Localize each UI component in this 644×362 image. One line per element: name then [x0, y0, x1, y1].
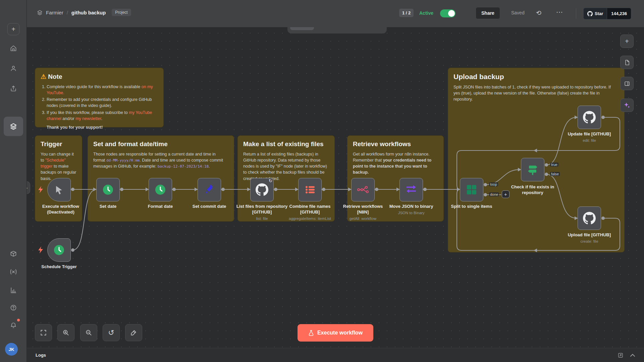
more-menu-button[interactable]: ⋯	[556, 8, 563, 16]
port-label-true: true	[550, 163, 558, 167]
grid-icon	[466, 184, 477, 195]
breadcrumb-project[interactable]: Farmier	[46, 10, 63, 15]
help-icon	[10, 304, 17, 311]
zoom-in-icon	[63, 329, 69, 336]
top-bar: Farmier / github backup Project 1 / 2 Ac…	[0, 0, 644, 27]
node-list-files-github[interactable]: ↻	[250, 178, 274, 201]
canvas-add-node-button[interactable]: +	[620, 35, 634, 48]
refresh-badge-icon: ↻	[269, 178, 272, 183]
bell-icon	[10, 322, 17, 329]
package-icon	[10, 250, 17, 257]
node-label: Move JSON to binaryJSON to Binary	[378, 203, 445, 216]
sidebar-item-shared[interactable]	[7, 82, 19, 95]
fit-view-button[interactable]	[35, 324, 52, 341]
sticky-note[interactable]: ⚠ Note Complete video guide for this wor…	[35, 68, 164, 127]
github-icon	[256, 183, 268, 196]
trigger-bolt-icon	[37, 246, 44, 254]
node-retrieve-workflows-n8n[interactable]	[351, 178, 375, 201]
toggle-knob	[448, 10, 455, 17]
project-badge: Project	[112, 9, 131, 16]
trigger-bolt-icon	[37, 186, 44, 194]
variables-icon	[10, 268, 17, 275]
node-set-commit-date[interactable]	[198, 178, 221, 201]
side-panel-button[interactable]	[620, 77, 634, 90]
zoom-in-button[interactable]	[57, 324, 74, 341]
sidebar-item-help[interactable]	[7, 302, 19, 314]
node-combine-file-names[interactable]	[298, 178, 322, 201]
github-star-count: 144,236	[607, 8, 631, 19]
bar-chart-icon	[10, 287, 17, 294]
clock-icon	[103, 184, 113, 195]
document-icon	[624, 60, 630, 65]
github-icon	[587, 11, 593, 16]
open-logs-icon[interactable]	[618, 353, 623, 358]
active-toggle[interactable]	[440, 9, 455, 17]
sticky-trigger-title: Trigger	[41, 140, 76, 148]
share-button[interactable]: Share	[476, 7, 500, 19]
sticky-upload-title: Upload backup	[453, 73, 619, 81]
node-check-if-file-exists[interactable]	[521, 158, 544, 181]
port-label-loop: loop	[489, 182, 498, 186]
person-icon	[10, 65, 17, 72]
templates-panel-button[interactable]	[620, 56, 634, 69]
node-format-date[interactable]	[149, 178, 172, 201]
github-star-label: Star	[595, 11, 603, 16]
sidebar-item-notifications[interactable]	[7, 319, 19, 331]
home-icon	[10, 45, 17, 52]
zoom-out-button[interactable]	[80, 324, 97, 341]
user-avatar[interactable]: JK	[5, 343, 18, 356]
pencil-icon	[204, 185, 214, 195]
sidebar-item-insights[interactable]	[7, 284, 19, 296]
sidebar-item-home[interactable]	[7, 42, 19, 54]
add-workflow-button[interactable]: +	[7, 23, 19, 35]
saved-status: Saved	[511, 10, 525, 15]
node-label: Upload file [GITHUB]create: file	[556, 232, 623, 244]
sparkle-icon	[624, 102, 630, 109]
n8n-node-icon	[357, 186, 369, 194]
share-up-icon	[10, 85, 17, 92]
node-update-file-github[interactable]	[578, 106, 601, 129]
breadcrumb-separator: /	[67, 10, 68, 15]
left-sidebar: + JK	[0, 0, 27, 362]
undo-icon: ↺	[108, 328, 114, 337]
node-execute-workflow[interactable]	[47, 178, 71, 201]
execute-workflow-button[interactable]: Execute workflow	[298, 324, 373, 342]
sidebar-item-personal[interactable]	[7, 62, 19, 74]
fit-view-icon	[40, 329, 47, 336]
note-footer: Thank you for your support!	[47, 124, 158, 130]
collapse-chevron-icon[interactable]	[630, 353, 635, 357]
tidy-up-button[interactable]	[125, 324, 142, 341]
github-star-widget[interactable]: Star 144,236	[583, 8, 631, 19]
clock-icon	[155, 184, 166, 195]
sidebar-item-workflows[interactable]	[7, 120, 19, 132]
sidebar-item-templates[interactable]	[7, 248, 19, 260]
sidebar-item-variables[interactable]	[7, 266, 19, 278]
node-label: Schedule Trigger	[25, 264, 93, 269]
sticky-datetime-title: Set and format date/time	[93, 140, 228, 148]
divider	[576, 8, 576, 19]
notification-dot	[17, 319, 20, 321]
swap-arrows-icon	[406, 185, 417, 194]
node-label: Check if file exists inrepository	[499, 184, 566, 195]
newsletter-link[interactable]: my newsletter	[75, 116, 101, 121]
node-schedule-trigger[interactable]	[47, 238, 71, 262]
clock-icon	[54, 245, 64, 255]
active-label: Active	[419, 10, 433, 16]
port-label-false: false	[550, 172, 560, 176]
undo-button[interactable]: ↺	[103, 324, 120, 341]
logs-title: Logs	[36, 353, 46, 358]
workflow-name[interactable]: github backup	[71, 10, 106, 15]
ai-assistant-button[interactable]	[620, 99, 634, 112]
sticky-listfiles-title: Make a list of existing files	[243, 140, 329, 148]
node-set-date[interactable]	[96, 178, 120, 201]
node-move-json-to-binary[interactable]	[399, 178, 423, 201]
github-icon	[583, 111, 596, 124]
note-list: Complete video guide for this workflow i…	[41, 84, 158, 122]
flask-icon	[308, 330, 314, 336]
history-icon[interactable]: ⟲	[536, 9, 541, 17]
node-split-to-single-items[interactable]	[460, 178, 483, 201]
n8n-workflow-editor: ⚠ Note Complete video guide for this wor…	[0, 0, 644, 362]
node-upload-file-github[interactable]	[578, 206, 601, 230]
logs-bar[interactable]: Logs	[27, 348, 644, 362]
zoom-out-icon	[86, 329, 92, 336]
